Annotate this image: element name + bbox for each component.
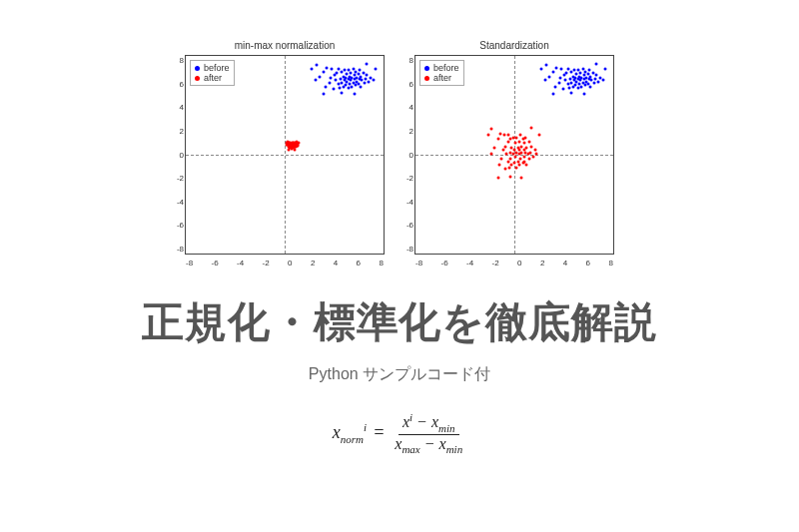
data-point: [486, 134, 489, 137]
data-point: [570, 81, 573, 84]
tick-label: 0: [180, 151, 184, 160]
data-point: [565, 71, 568, 74]
data-point: [551, 93, 554, 96]
equals: =: [373, 422, 385, 443]
tick-label: 8: [180, 56, 184, 65]
tick-label: 0: [288, 259, 292, 267]
data-point: [530, 145, 533, 148]
tick-label: -6: [441, 259, 448, 267]
data-point: [286, 141, 289, 144]
data-point: [336, 71, 339, 74]
data-point: [582, 93, 585, 96]
data-point: [504, 168, 507, 171]
var-x: x: [431, 413, 438, 430]
data-point: [514, 155, 517, 158]
data-point: [337, 68, 340, 71]
data-point: [341, 91, 344, 94]
x-ticks: -8-6-4-202468: [415, 259, 613, 267]
data-point: [505, 153, 508, 156]
tick-label: 6: [409, 80, 413, 89]
numerator: xi − xmin: [399, 411, 459, 435]
data-point: [332, 88, 335, 91]
tick-label: -4: [177, 198, 184, 207]
data-point: [366, 74, 369, 77]
formula: xnormi = xi − xmin xmax − xmin: [333, 411, 466, 455]
data-point: [490, 128, 493, 131]
tick-label: -8: [415, 259, 422, 267]
tick-label: 0: [517, 259, 521, 267]
tick-label: 2: [409, 127, 413, 136]
data-point: [499, 133, 502, 136]
sub-max: max: [401, 443, 419, 455]
data-point: [501, 149, 504, 152]
data-point: [500, 158, 503, 161]
data-point: [529, 151, 532, 154]
legend-label-before: before: [433, 63, 459, 73]
data-point: [504, 145, 507, 148]
chart-panel-standardization: Standardization before after -8-6-4-2024…: [414, 40, 614, 255]
y-ticks: -8-6-4-202468: [400, 56, 413, 254]
data-point: [330, 76, 333, 79]
tick-label: 6: [586, 259, 590, 267]
tick-label: 0: [409, 151, 413, 160]
data-point: [326, 66, 329, 69]
data-point: [592, 81, 595, 84]
data-point: [363, 81, 366, 84]
legend-swatch-after: [195, 76, 200, 81]
tick-label: -2: [177, 174, 184, 183]
data-point: [522, 155, 525, 158]
sub-norm: norm: [341, 433, 364, 445]
sup-i: i: [364, 421, 367, 433]
legend-label-before: before: [204, 63, 230, 73]
data-point: [490, 153, 493, 156]
data-point: [297, 144, 300, 147]
tick-label: 4: [563, 259, 567, 267]
data-point: [325, 85, 328, 88]
data-point: [333, 74, 336, 77]
data-point: [311, 68, 314, 71]
data-point: [537, 134, 540, 137]
data-point: [587, 69, 590, 72]
data-point: [517, 140, 520, 143]
data-point: [360, 75, 363, 78]
data-point: [576, 86, 579, 89]
data-point: [492, 146, 495, 149]
data-point: [316, 64, 319, 67]
data-point: [570, 91, 573, 94]
data-point: [351, 85, 354, 88]
data-point: [557, 81, 560, 84]
data-point: [509, 158, 512, 161]
data-point: [360, 85, 363, 88]
tick-label: -2: [492, 259, 499, 267]
data-point: [372, 79, 375, 82]
data-point: [569, 78, 572, 81]
data-point: [595, 63, 598, 66]
data-point: [358, 69, 361, 72]
data-point: [367, 80, 370, 83]
data-point: [522, 160, 525, 163]
minus: −: [412, 413, 431, 430]
data-point: [566, 83, 569, 86]
data-point: [343, 69, 346, 72]
data-point: [554, 85, 557, 88]
data-point: [297, 141, 300, 144]
data-point: [545, 64, 548, 67]
data-point: [512, 161, 515, 164]
data-point: [547, 75, 550, 78]
scatter-plot-minmax: before after -8-6-4-202468 -8-6-4-202468: [185, 55, 385, 255]
data-point: [331, 68, 334, 71]
data-point: [561, 88, 564, 91]
data-point: [328, 81, 331, 84]
chart-title: min-max normalization: [235, 40, 336, 51]
data-point: [524, 136, 527, 139]
data-point: [566, 68, 569, 71]
data-point: [520, 151, 523, 154]
tick-label: -6: [177, 221, 184, 230]
data-point: [589, 75, 592, 78]
data-point: [337, 83, 340, 86]
charts-row: min-max normalization before after -8-6-…: [185, 40, 614, 255]
tick-label: 2: [540, 259, 544, 267]
data-point: [535, 153, 538, 156]
tick-label: 4: [334, 259, 338, 267]
var-x: x: [333, 422, 341, 442]
